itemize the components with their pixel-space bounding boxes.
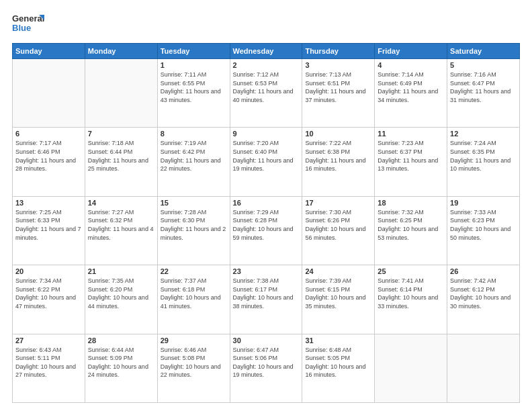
- day-info: Sunrise: 7:17 AM Sunset: 6:46 PM Dayligh…: [15, 139, 82, 173]
- column-header-saturday: Saturday: [447, 44, 520, 59]
- day-info: Sunrise: 7:34 AM Sunset: 6:22 PM Dayligh…: [15, 277, 82, 310]
- day-info: Sunrise: 7:18 AM Sunset: 6:44 PM Dayligh…: [88, 139, 154, 173]
- calendar-week-3: 13Sunrise: 7:25 AM Sunset: 6:33 PM Dayli…: [13, 196, 520, 265]
- day-info: Sunrise: 6:44 AM Sunset: 5:09 PM Dayligh…: [88, 346, 154, 379]
- day-info: Sunrise: 7:42 AM Sunset: 6:12 PM Dayligh…: [450, 277, 517, 310]
- column-header-thursday: Thursday: [302, 44, 375, 59]
- day-info: Sunrise: 7:19 AM Sunset: 6:42 PM Dayligh…: [161, 139, 227, 173]
- day-info: Sunrise: 7:16 AM Sunset: 6:47 PM Dayligh…: [450, 71, 517, 104]
- day-number: 15: [161, 199, 227, 207]
- calendar-cell: 24Sunrise: 7:39 AM Sunset: 6:15 PM Dayli…: [302, 265, 375, 334]
- day-number: 22: [161, 267, 227, 275]
- column-header-monday: Monday: [85, 44, 157, 59]
- day-info: Sunrise: 7:41 AM Sunset: 6:14 PM Dayligh…: [378, 277, 444, 310]
- day-number: 21: [88, 267, 154, 275]
- day-number: 8: [161, 130, 227, 138]
- calendar-week-1: 1Sunrise: 7:11 AM Sunset: 6:55 PM Daylig…: [13, 59, 520, 128]
- calendar-cell: 30Sunrise: 6:47 AM Sunset: 5:06 PM Dayli…: [230, 334, 302, 402]
- day-number: 24: [305, 267, 371, 275]
- day-number: 18: [378, 199, 444, 207]
- calendar-cell: [85, 59, 157, 128]
- calendar-cell: 25Sunrise: 7:41 AM Sunset: 6:14 PM Dayli…: [375, 265, 447, 334]
- calendar-week-4: 20Sunrise: 7:34 AM Sunset: 6:22 PM Dayli…: [13, 265, 520, 334]
- calendar-cell: 17Sunrise: 7:30 AM Sunset: 6:26 PM Dayli…: [302, 196, 375, 265]
- day-info: Sunrise: 7:38 AM Sunset: 6:17 PM Dayligh…: [233, 277, 300, 310]
- day-info: Sunrise: 7:32 AM Sunset: 6:25 PM Dayligh…: [378, 208, 444, 242]
- calendar-table: SundayMondayTuesdayWednesdayThursdayFrid…: [12, 43, 520, 403]
- day-number: 13: [15, 199, 82, 207]
- day-info: Sunrise: 7:39 AM Sunset: 6:15 PM Dayligh…: [305, 277, 371, 310]
- day-info: Sunrise: 7:33 AM Sunset: 6:23 PM Dayligh…: [450, 208, 517, 242]
- day-number: 29: [161, 336, 227, 345]
- calendar-cell: 5Sunrise: 7:16 AM Sunset: 6:47 PM Daylig…: [447, 59, 520, 128]
- day-info: Sunrise: 7:14 AM Sunset: 6:49 PM Dayligh…: [378, 71, 444, 104]
- calendar-cell: 28Sunrise: 6:44 AM Sunset: 5:09 PM Dayli…: [85, 334, 157, 402]
- day-info: Sunrise: 7:20 AM Sunset: 6:40 PM Dayligh…: [233, 139, 300, 173]
- day-number: 5: [450, 61, 517, 69]
- day-info: Sunrise: 7:23 AM Sunset: 6:37 PM Dayligh…: [378, 139, 444, 173]
- calendar-cell: 19Sunrise: 7:33 AM Sunset: 6:23 PM Dayli…: [447, 196, 520, 265]
- day-number: 16: [233, 199, 300, 207]
- calendar-week-2: 6Sunrise: 7:17 AM Sunset: 6:46 PM Daylig…: [13, 128, 520, 196]
- day-number: 14: [88, 199, 154, 207]
- column-header-wednesday: Wednesday: [230, 44, 302, 59]
- calendar-cell: 29Sunrise: 6:46 AM Sunset: 5:08 PM Dayli…: [157, 334, 230, 402]
- day-number: 17: [305, 199, 371, 207]
- day-number: 4: [378, 61, 444, 69]
- day-number: 2: [233, 61, 300, 69]
- logo-icon: GeneralBlue: [12, 12, 49, 36]
- calendar-cell: 26Sunrise: 7:42 AM Sunset: 6:12 PM Dayli…: [447, 265, 520, 334]
- day-number: 31: [305, 336, 371, 345]
- day-number: 11: [378, 130, 444, 138]
- calendar-cell: [447, 334, 520, 402]
- calendar-cell: 13Sunrise: 7:25 AM Sunset: 6:33 PM Dayli…: [13, 196, 85, 265]
- day-number: 30: [233, 336, 300, 345]
- day-info: Sunrise: 6:46 AM Sunset: 5:08 PM Dayligh…: [161, 346, 227, 379]
- day-info: Sunrise: 7:11 AM Sunset: 6:55 PM Dayligh…: [161, 71, 227, 104]
- day-info: Sunrise: 6:48 AM Sunset: 5:05 PM Dayligh…: [305, 346, 371, 379]
- calendar-cell: 2Sunrise: 7:12 AM Sunset: 6:53 PM Daylig…: [230, 59, 302, 128]
- day-info: Sunrise: 7:30 AM Sunset: 6:26 PM Dayligh…: [305, 208, 371, 242]
- calendar-cell: 4Sunrise: 7:14 AM Sunset: 6:49 PM Daylig…: [375, 59, 447, 128]
- day-info: Sunrise: 7:22 AM Sunset: 6:38 PM Dayligh…: [305, 139, 371, 173]
- day-number: 7: [88, 130, 154, 138]
- day-info: Sunrise: 7:13 AM Sunset: 6:51 PM Dayligh…: [305, 71, 371, 104]
- calendar-week-5: 27Sunrise: 6:43 AM Sunset: 5:11 PM Dayli…: [13, 334, 520, 402]
- day-info: Sunrise: 7:28 AM Sunset: 6:30 PM Dayligh…: [161, 208, 227, 242]
- calendar-cell: 15Sunrise: 7:28 AM Sunset: 6:30 PM Dayli…: [157, 196, 230, 265]
- calendar-cell: 6Sunrise: 7:17 AM Sunset: 6:46 PM Daylig…: [13, 128, 85, 196]
- page-header: GeneralBlue: [12, 12, 520, 36]
- day-number: 28: [88, 336, 154, 345]
- day-number: 27: [15, 336, 82, 345]
- day-number: 1: [161, 61, 227, 69]
- day-number: 20: [15, 267, 82, 275]
- calendar-cell: 8Sunrise: 7:19 AM Sunset: 6:42 PM Daylig…: [157, 128, 230, 196]
- column-header-sunday: Sunday: [13, 44, 85, 59]
- calendar-cell: 18Sunrise: 7:32 AM Sunset: 6:25 PM Dayli…: [375, 196, 447, 265]
- calendar-cell: 9Sunrise: 7:20 AM Sunset: 6:40 PM Daylig…: [230, 128, 302, 196]
- calendar-cell: 16Sunrise: 7:29 AM Sunset: 6:28 PM Dayli…: [230, 196, 302, 265]
- day-number: 25: [378, 267, 444, 275]
- calendar-cell: 22Sunrise: 7:37 AM Sunset: 6:18 PM Dayli…: [157, 265, 230, 334]
- calendar-cell: 20Sunrise: 7:34 AM Sunset: 6:22 PM Dayli…: [13, 265, 85, 334]
- column-header-friday: Friday: [375, 44, 447, 59]
- day-info: Sunrise: 7:29 AM Sunset: 6:28 PM Dayligh…: [233, 208, 300, 242]
- calendar-cell: 31Sunrise: 6:48 AM Sunset: 5:05 PM Dayli…: [302, 334, 375, 402]
- column-header-tuesday: Tuesday: [157, 44, 230, 59]
- logo: GeneralBlue: [12, 12, 49, 36]
- calendar-cell: 10Sunrise: 7:22 AM Sunset: 6:38 PM Dayli…: [302, 128, 375, 196]
- calendar-cell: [375, 334, 447, 402]
- calendar-cell: 1Sunrise: 7:11 AM Sunset: 6:55 PM Daylig…: [157, 59, 230, 128]
- day-number: 3: [305, 61, 371, 69]
- svg-text:Blue: Blue: [12, 23, 31, 33]
- calendar-cell: 27Sunrise: 6:43 AM Sunset: 5:11 PM Dayli…: [13, 334, 85, 402]
- day-number: 19: [450, 199, 517, 207]
- calendar-cell: 14Sunrise: 7:27 AM Sunset: 6:32 PM Dayli…: [85, 196, 157, 265]
- day-info: Sunrise: 7:37 AM Sunset: 6:18 PM Dayligh…: [161, 277, 227, 310]
- day-number: 26: [450, 267, 517, 275]
- day-info: Sunrise: 7:24 AM Sunset: 6:35 PM Dayligh…: [450, 139, 517, 173]
- day-info: Sunrise: 7:27 AM Sunset: 6:32 PM Dayligh…: [88, 208, 154, 242]
- day-number: 12: [450, 130, 517, 138]
- day-info: Sunrise: 6:47 AM Sunset: 5:06 PM Dayligh…: [233, 346, 300, 379]
- calendar-cell: 3Sunrise: 7:13 AM Sunset: 6:51 PM Daylig…: [302, 59, 375, 128]
